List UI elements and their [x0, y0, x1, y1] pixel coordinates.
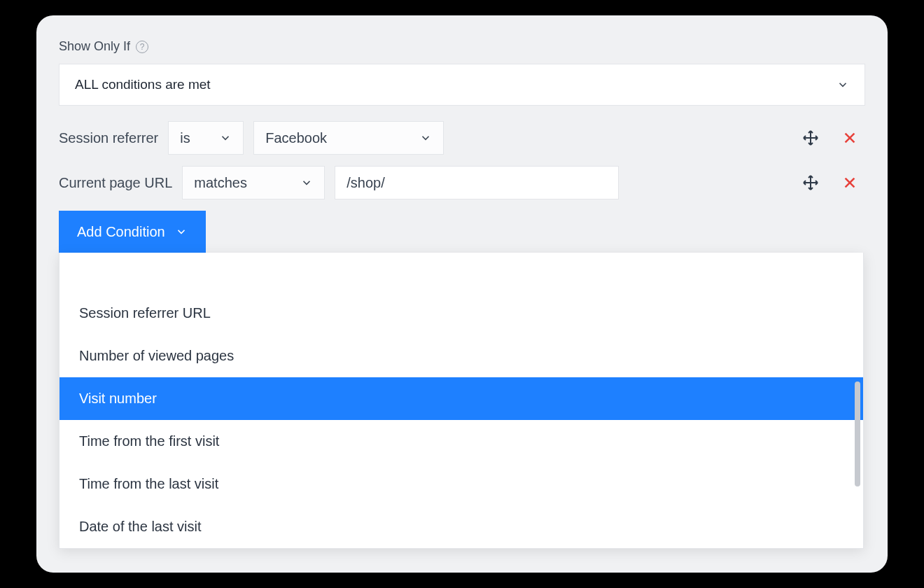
help-icon[interactable]: ?	[136, 41, 148, 53]
add-condition-wrap: Add Condition Session referrer URL Numbe…	[59, 211, 865, 253]
operator-value: matches	[194, 175, 247, 191]
condition-field-label: Session referrer	[59, 130, 158, 146]
move-icon	[802, 130, 819, 146]
condition-row: Session referrer is Facebook	[59, 121, 865, 155]
remove-condition-button[interactable]	[840, 173, 860, 192]
logic-mode-select[interactable]: ALL conditions are met	[59, 64, 865, 106]
dropdown-item[interactable]: Number of viewed pages	[59, 335, 863, 377]
logic-mode-value: ALL conditions are met	[75, 77, 211, 92]
chevron-down-icon	[419, 132, 432, 144]
chevron-down-icon	[219, 132, 232, 144]
conditions-panel: Show Only If ? ALL conditions are met Se…	[36, 15, 888, 573]
add-condition-label: Add Condition	[77, 224, 165, 240]
row-actions	[801, 128, 860, 148]
header-label: Show Only If	[59, 39, 130, 54]
value-text: Facebook	[265, 130, 327, 146]
add-condition-dropdown: Session referrer URL Number of viewed pa…	[59, 253, 864, 549]
chevron-down-icon	[836, 78, 849, 91]
value-select[interactable]: Facebook	[253, 121, 444, 155]
add-condition-button[interactable]: Add Condition	[59, 211, 206, 253]
chevron-down-icon	[300, 176, 313, 189]
scrollbar-thumb[interactable]	[855, 382, 860, 486]
chevron-down-icon	[175, 225, 188, 238]
dropdown-item[interactable]: Visit number	[59, 377, 863, 420]
close-icon	[842, 130, 858, 146]
dropdown-item[interactable]: Session referrer URL	[59, 292, 863, 335]
header-row: Show Only If ?	[59, 39, 865, 54]
dropdown-item[interactable]: Date of the last visit	[59, 505, 863, 548]
drag-handle[interactable]	[801, 128, 820, 148]
dropdown-item[interactable]: Time from the first visit	[59, 420, 863, 463]
operator-value: is	[180, 130, 190, 146]
value-text: /shop/	[346, 175, 384, 191]
drag-handle[interactable]	[801, 173, 820, 192]
condition-row: Current page URL matches /shop/	[59, 166, 865, 200]
condition-field-label: Current page URL	[59, 175, 172, 191]
close-icon	[842, 175, 858, 190]
dropdown-item[interactable]: Time from the last visit	[59, 463, 863, 505]
operator-select[interactable]: matches	[182, 166, 325, 200]
operator-select[interactable]: is	[168, 121, 244, 155]
row-actions	[801, 173, 860, 192]
value-input[interactable]: /shop/	[335, 166, 619, 200]
move-icon	[802, 174, 819, 191]
remove-condition-button[interactable]	[840, 128, 860, 148]
